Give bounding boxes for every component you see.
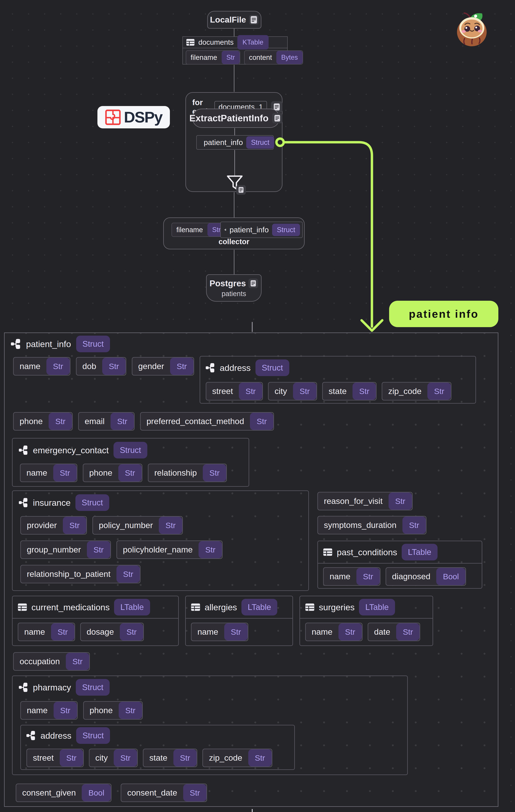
table-icon: [186, 39, 195, 46]
documents-output-table[interactable]: documents KTable filename Str content By…: [183, 36, 288, 64]
fields-row: occupationStr: [13, 652, 498, 671]
field-pill-street[interactable]: streetStr: [206, 382, 263, 401]
field-pill-diagnosed[interactable]: diagnosedBool: [386, 567, 466, 586]
field-pill-occupation[interactable]: occupationStr: [13, 652, 90, 671]
node-collector[interactable]: filename Str patient_info Struct collect…: [163, 218, 305, 249]
field-pill-relationship-to-patient[interactable]: relationship_to_patientStr: [20, 565, 140, 583]
struct-box-emergency-contact[interactable]: emergency_contact Struct nameStr phoneSt…: [12, 438, 249, 487]
field-pill-name[interactable]: nameStr: [20, 464, 77, 482]
field-type-badge: Str: [54, 702, 77, 719]
field-pill-filename[interactable]: filename Str: [171, 223, 226, 237]
field-type-badge: Str: [63, 517, 86, 534]
ltable-header: current_medications LTable: [12, 596, 178, 618]
dspy-logo-text: DSPy: [124, 108, 162, 126]
ltable-name: past_conditions: [337, 547, 397, 557]
connector-line: [234, 250, 235, 274]
ltable-box-current-medications[interactable]: current_medications LTable nameStr dosag…: [12, 596, 179, 646]
node-localfile[interactable]: LocalFile: [207, 11, 262, 29]
fields-row: group_numberStr policyholder_nameStr: [20, 541, 308, 559]
field-pill-zip-code[interactable]: zip_codeStr: [382, 382, 452, 401]
field-pill-reason-for-visit[interactable]: reason_for_visitStr: [317, 492, 413, 510]
field-pill-state[interactable]: stateStr: [143, 749, 197, 767]
ltable-box-allergies[interactable]: allergies LTable nameStr: [185, 596, 293, 646]
output-type-badge: Struct: [246, 136, 274, 149]
field-label: symptoms_duration: [318, 517, 402, 534]
field-pill-policyholder-name[interactable]: policyholder_nameStr: [116, 541, 223, 559]
field-label: policyholder_name: [117, 541, 199, 558]
field-pill-provider[interactable]: providerStr: [20, 516, 87, 534]
module-pill-extract-patient-info[interactable]: ExtractPatientInfo: [192, 109, 280, 128]
node-for-each[interactable]: for each documents_1 ExtractPatientInfo …: [185, 92, 282, 192]
field-pill-phone[interactable]: phoneStr: [83, 701, 143, 720]
field-pill-date[interactable]: dateStr: [368, 623, 421, 641]
fields-row: relationship_to_patientStr: [20, 565, 308, 583]
connector-line: [235, 128, 235, 135]
table-icon: [18, 603, 27, 611]
notes-icon-button[interactable]: [272, 113, 282, 123]
field-pill-relationship[interactable]: relationshipStr: [148, 464, 227, 482]
notes-icon-button[interactable]: [248, 279, 258, 288]
field-pill-name[interactable]: nameStr: [191, 623, 248, 641]
pipeline-editor: { "canvas": { "local_file": { "title": "…: [0, 0, 515, 812]
field-pill-name[interactable]: nameStr: [323, 567, 380, 586]
ltable-type-badge: LTable: [241, 599, 277, 615]
field-type-badge: Str: [293, 382, 317, 400]
field-pill-state[interactable]: stateStr: [322, 382, 377, 401]
field-type-badge: Str: [183, 784, 207, 802]
field-pill-city[interactable]: cityStr: [268, 382, 317, 401]
field-pill-email[interactable]: emailStr: [78, 412, 135, 431]
notes-icon-button[interactable]: [236, 185, 246, 195]
field-pill-name[interactable]: nameStr: [13, 357, 71, 376]
patient-info-output-port[interactable]: [275, 138, 285, 147]
field-label: city: [89, 749, 114, 766]
field-pill-dosage[interactable]: dosageStr: [80, 623, 144, 641]
field-label: relationship: [148, 464, 203, 482]
node-postgres[interactable]: Postgres patients: [206, 274, 262, 302]
field-label: group_number: [21, 541, 87, 558]
field-pill-name[interactable]: nameStr: [305, 623, 362, 641]
ltable-box-past-conditions[interactable]: past_conditions LTable nameStr diagnosed…: [317, 541, 482, 589]
node-title: LocalFile: [210, 15, 246, 25]
ltable-box-surgeries[interactable]: surgeries LTable nameStr dateStr: [299, 596, 433, 646]
struct-icon: [19, 445, 28, 455]
struct-name: address: [220, 363, 251, 373]
field-name: patient_info: [229, 226, 269, 234]
ltable-type-badge: LTable: [402, 544, 437, 560]
field-pill-name[interactable]: nameStr: [18, 623, 75, 641]
field-pill-dob[interactable]: dobStr: [76, 357, 126, 376]
connector-line: [234, 29, 235, 36]
field-label: name: [324, 568, 356, 585]
patient-info-schema-panel[interactable]: patient_info Struct nameStr dobStr gende…: [4, 332, 498, 807]
field-pill-filename[interactable]: filename Str: [186, 51, 240, 64]
struct-box-pharmacy-address[interactable]: address Struct streetStr cityStr stateSt…: [20, 725, 295, 770]
struct-box-address[interactable]: address Struct streetStr cityStr stateSt…: [200, 356, 476, 404]
output-row-patient-info[interactable]: patient_info Struct: [196, 135, 274, 150]
field-pill-content[interactable]: content Bytes: [244, 51, 303, 64]
field-pill-phone[interactable]: phoneStr: [83, 464, 142, 482]
field-pill-gender[interactable]: genderStr: [132, 357, 194, 376]
fields-row: consent_givenBool consent_dateStr: [16, 784, 498, 802]
fields-row: nameStr dobStr genderStr address Struct …: [13, 356, 498, 404]
field-label: state: [323, 382, 353, 400]
field-pill-street[interactable]: streetStr: [26, 749, 84, 767]
field-row-patient-info[interactable]: patient_info Struct: [220, 222, 303, 238]
annotation-patient-info[interactable]: patient info: [389, 301, 498, 327]
struct-box-pharmacy[interactable]: pharmacy Struct nameStr phoneStr address…: [12, 675, 408, 775]
schema-type-badge: Struct: [76, 336, 110, 352]
field-pill-name[interactable]: nameStr: [20, 701, 78, 720]
field-pill-policy-number[interactable]: policy_numberStr: [92, 516, 183, 534]
field-pill-phone[interactable]: phoneStr: [13, 412, 73, 431]
field-pill-city[interactable]: cityStr: [89, 749, 138, 767]
struct-box-insurance[interactable]: insurance Struct providerStr policy_numb…: [12, 490, 309, 591]
field-pill-zip-code[interactable]: zip_codeStr: [202, 749, 272, 767]
field-pill-group-number[interactable]: group_numberStr: [20, 541, 111, 559]
field-pill-consent-given[interactable]: consent_givenBool: [16, 784, 111, 802]
field-type-badge: Bool: [82, 784, 111, 802]
field-pill-consent-date[interactable]: consent_dateStr: [121, 784, 207, 802]
field-pill-preferred-contact-method[interactable]: preferred_contact_methodStr: [140, 412, 274, 431]
connector-stub: [252, 809, 253, 812]
field-type-badge: Str: [239, 382, 262, 400]
output-name: patient_info: [204, 138, 243, 147]
field-label: name: [21, 464, 53, 482]
field-pill-symptoms-duration[interactable]: symptoms_durationStr: [317, 516, 427, 534]
